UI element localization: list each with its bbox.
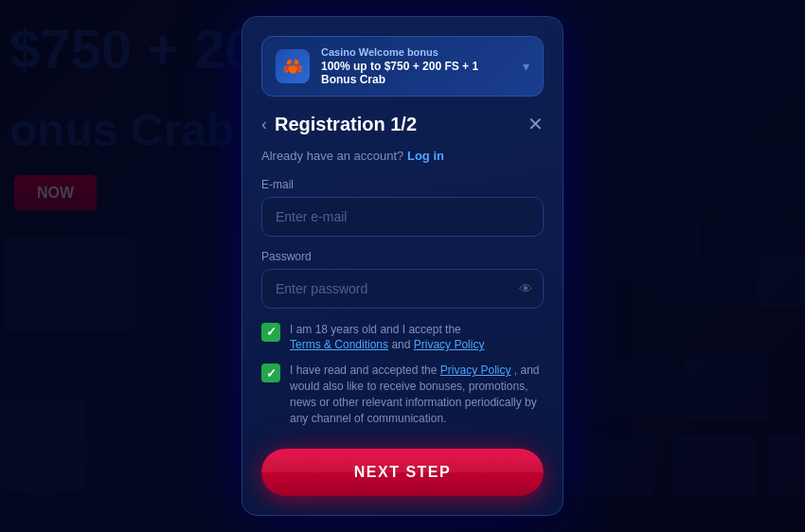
password-label: Password [261,250,544,263]
close-button[interactable]: ✕ [528,115,544,133]
terms-and-word: and [391,338,410,351]
login-link[interactable]: Log in [407,149,444,163]
terms-checkbox-row: I am 18 years old and I accept the Terms… [261,322,544,354]
privacy-checkbox-text: I have read and accepted the Privacy Pol… [290,363,544,426]
already-text: Already have an account? [261,149,403,163]
email-field-group: E-mail [261,178,544,237]
password-field-group: Password 👁 [261,250,544,309]
privacy-checkbox-row: I have read and accepted the Privacy Pol… [261,363,544,426]
terms-text1: I am 18 years old and I accept the [290,323,461,336]
bonus-title: Casino Welcome bonus [321,46,511,58]
bonus-icon: 🦀 [276,49,310,83]
bonus-text: Casino Welcome bonus 100% up to $750 + 2… [321,46,511,86]
modal-backdrop: 🦀 Casino Welcome bonus 100% up to $750 +… [0,0,805,532]
privacy-link2[interactable]: Privacy Policy [440,364,511,377]
email-input[interactable] [261,197,544,237]
back-button[interactable]: ‹ [261,115,267,133]
next-step-button[interactable]: NEXT STEP [261,449,544,496]
terms-checkbox[interactable] [261,323,280,342]
terms-link[interactable]: Terms & Conditions [290,338,388,351]
password-input[interactable] [261,269,544,309]
privacy-text-prefix: I have read and accepted the [290,364,437,377]
privacy-checkbox[interactable] [261,364,280,382]
bonus-banner[interactable]: 🦀 Casino Welcome bonus 100% up to $750 +… [261,36,544,97]
password-toggle-icon[interactable]: 👁 [519,281,532,296]
header-left: ‹ Registration 1/2 [261,114,417,135]
modal-header: ‹ Registration 1/2 ✕ [261,114,544,135]
terms-checkbox-text: I am 18 years old and I accept the Terms… [290,322,484,354]
privacy-link1[interactable]: Privacy Policy [414,338,485,351]
password-wrapper: 👁 [261,269,544,309]
bonus-amount: 100% up to $750 + 200 FS + 1 Bonus Crab [321,60,511,86]
login-row: Already have an account? Log in [261,149,544,163]
chevron-down-icon: ▾ [523,59,529,74]
registration-modal: 🦀 Casino Welcome bonus 100% up to $750 +… [242,16,564,517]
email-label: E-mail [261,178,544,191]
modal-title: Registration 1/2 [275,114,417,135]
